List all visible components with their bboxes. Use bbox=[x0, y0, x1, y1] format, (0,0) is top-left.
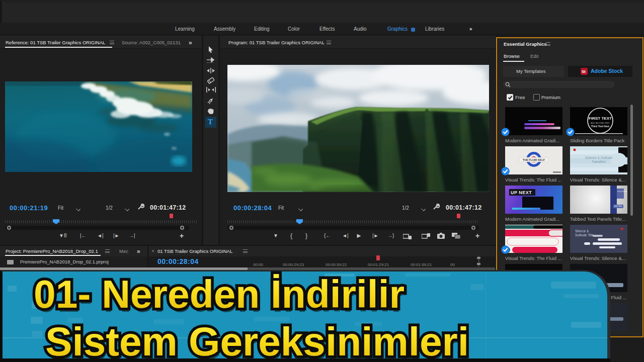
svg-text:ADD SECOND TEXT: ADD SECOND TEXT bbox=[591, 122, 610, 124]
svg-text:THE FLUID SELF: THE FLUID SELF bbox=[523, 158, 545, 161]
svg-text:Sistem Gereksinimleri: Sistem Gereksinimleri bbox=[45, 319, 469, 362]
svg-text:Silence &: Silence & bbox=[575, 229, 589, 233]
svg-text:Solitude Title: Solitude Title bbox=[575, 233, 594, 237]
svg-text:01- Nereden İndirilir: 01- Nereden İndirilir bbox=[34, 273, 405, 316]
svg-text:Third Text Here: Third Text Here bbox=[591, 125, 610, 128]
svg-text:Science & Solitude: Science & Solitude bbox=[585, 156, 613, 159]
svg-text:Transition: Transition bbox=[592, 160, 606, 163]
svg-text:FIRST TEXT: FIRST TEXT bbox=[589, 116, 612, 121]
